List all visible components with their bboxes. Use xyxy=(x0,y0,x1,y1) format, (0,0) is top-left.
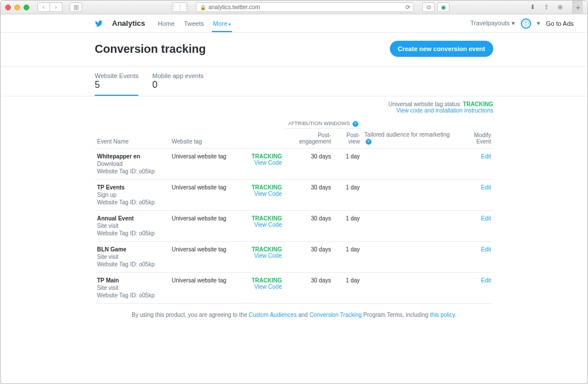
view-code-link[interactable]: View Code xyxy=(254,284,282,290)
page-title: Conversion tracking xyxy=(95,42,206,56)
chevron-down-icon: ▾ xyxy=(229,22,231,27)
uwt-status-block: Universal website tag status: TRACKING V… xyxy=(1,96,587,114)
event-tag-id: Website Tag ID: o05kp xyxy=(97,261,167,267)
url-bar[interactable]: 🔒 analytics.twitter.com ⟳ xyxy=(196,2,414,12)
browser-back-button[interactable]: ‹ xyxy=(37,2,50,12)
sidebar-toggle-button[interactable]: ▥ xyxy=(69,2,82,12)
window-controls xyxy=(5,5,29,10)
stat-tab-mobile-app-events[interactable]: Mobile app events0 xyxy=(152,72,203,96)
nav-tweets[interactable]: Tweets xyxy=(183,20,205,27)
view-code-link[interactable]: View Code xyxy=(254,222,282,228)
nav-home[interactable]: Home xyxy=(157,20,176,27)
nav-more[interactable]: More▾ xyxy=(212,20,232,32)
event-status: TRACKING xyxy=(246,215,282,222)
page-heading-row: Conversion tracking Create new conversio… xyxy=(1,33,587,67)
edit-link[interactable]: Edit xyxy=(481,184,491,191)
table-row: TP EventsSign upWebsite Tag ID: o05kpUni… xyxy=(95,180,493,211)
post-engagement-value: 30 days xyxy=(284,273,334,304)
event-type: Sign up xyxy=(97,192,167,198)
lock-icon: 🔒 xyxy=(200,5,206,10)
close-window-button[interactable] xyxy=(5,5,11,10)
terms-footer: By using this product, you are agreeing … xyxy=(1,304,587,326)
event-tag: Universal website tag xyxy=(169,211,244,242)
event-status: TRACKING xyxy=(246,246,282,253)
event-tag-id: Website Tag ID: o05kp xyxy=(97,230,167,236)
events-table-wrap: Event Name Website tag ATTRIBUTION WINDO… xyxy=(1,114,587,304)
edit-link[interactable]: Edit xyxy=(481,153,491,160)
event-tag: Universal website tag xyxy=(169,242,244,273)
apps-grid-button[interactable]: ⋮⋮⋮ xyxy=(172,2,188,12)
view-code-link[interactable]: View Code xyxy=(254,191,282,197)
toolbar-extension-icon[interactable]: ◉ xyxy=(437,2,450,12)
events-table: Event Name Website tag ATTRIBUTION WINDO… xyxy=(95,117,493,304)
policy-link[interactable]: this policy xyxy=(430,312,455,318)
minimize-window-button[interactable] xyxy=(14,5,20,10)
account-switcher[interactable]: Travelpayouts ▾ xyxy=(470,20,515,27)
account-menu-caret[interactable]: ▾ xyxy=(537,20,540,27)
browser-right-icons: ⧉ ◉ ⬇ ⇪ ⊕ xyxy=(422,2,566,12)
help-icon[interactable]: ? xyxy=(366,139,372,145)
edit-link[interactable]: Edit xyxy=(481,246,491,253)
browser-window: ‹ › ▥ ⋮⋮⋮ 🔒 analytics.twitter.com ⟳ ⧉ ◉ … xyxy=(0,0,588,384)
go-to-ads-link[interactable]: Go to Ads xyxy=(546,20,574,27)
event-status: TRACKING xyxy=(246,277,282,284)
chevron-down-icon: ▾ xyxy=(512,20,515,26)
table-row: Annual EventSite visitWebsite Tag ID: o0… xyxy=(95,211,493,242)
twitter-logo-icon[interactable] xyxy=(95,20,103,28)
uwt-status-value: TRACKING xyxy=(463,101,493,107)
conversion-tracking-link[interactable]: Conversion Tracking xyxy=(310,312,362,318)
table-row: BLN GameSite visitWebsite Tag ID: o05kpU… xyxy=(95,242,493,273)
post-view-value: 1 day xyxy=(334,273,362,304)
custom-audiences-link[interactable]: Custom Audiences xyxy=(249,312,296,318)
col-event-name: Event Name xyxy=(95,117,169,149)
profile-ring-icon[interactable]: ⓣ xyxy=(521,18,531,29)
url-text: analytics.twitter.com xyxy=(208,4,260,10)
tabs-icon[interactable]: ⊕ xyxy=(554,3,566,11)
event-tag-id: Website Tag ID: o05kp xyxy=(97,168,167,174)
create-conversion-event-button[interactable]: Create new conversion event xyxy=(390,41,493,57)
stat-tabs: Website Events5Mobile app events0 xyxy=(1,67,587,96)
event-name: TP Events xyxy=(97,184,167,191)
event-status: TRACKING xyxy=(246,153,282,160)
post-engagement-value: 30 days xyxy=(284,211,334,242)
new-tab-button[interactable]: + xyxy=(572,1,583,14)
help-icon[interactable]: ? xyxy=(353,121,358,127)
share-icon[interactable]: ⇪ xyxy=(540,3,552,11)
col-post-engagement: Post-engagement xyxy=(284,129,334,149)
post-view-value: 1 day xyxy=(334,180,362,211)
events-table-body: Whitepapper enDownloadWebsite Tag ID: o0… xyxy=(95,149,493,304)
event-tag: Universal website tag xyxy=(169,149,244,180)
stat-tab-website-events[interactable]: Website Events5 xyxy=(95,72,138,96)
col-tailored: Tailored audience for remarketing ? xyxy=(362,117,457,149)
event-name: BLN Game xyxy=(97,246,167,253)
edit-link[interactable]: Edit xyxy=(481,215,491,222)
view-code-link[interactable]: View Code xyxy=(254,160,282,166)
maximize-window-button[interactable] xyxy=(24,5,29,10)
event-name: TP Main xyxy=(97,277,167,284)
uwt-instructions-link[interactable]: View code and installation instructions xyxy=(396,107,493,114)
reload-icon[interactable]: ⟳ xyxy=(405,4,410,10)
post-view-value: 1 day xyxy=(334,242,362,273)
browser-forward-button[interactable]: › xyxy=(50,2,63,12)
event-status: TRACKING xyxy=(246,184,282,191)
table-row: TP MainSite visitWebsite Tag ID: o05kpUn… xyxy=(95,273,493,304)
post-view-value: 1 day xyxy=(334,149,362,180)
event-name: Whitepapper en xyxy=(97,153,167,160)
event-type: Site visit xyxy=(97,285,167,291)
app-brand[interactable]: Analytics xyxy=(112,19,145,28)
post-engagement-value: 30 days xyxy=(284,180,334,211)
event-type: Site visit xyxy=(97,254,167,260)
toolbar-save-icon[interactable]: ⧉ xyxy=(422,2,435,12)
col-attribution-windows: ATTRIBUTION WINDOWS ? xyxy=(284,117,362,129)
app-header: Analytics HomeTweetsMore▾ Travelpayouts … xyxy=(1,14,587,33)
post-view-value: 1 day xyxy=(334,211,362,242)
event-tag: Universal website tag xyxy=(169,273,244,304)
event-tag: Universal website tag xyxy=(169,180,244,211)
post-engagement-value: 30 days xyxy=(284,242,334,273)
event-tag-id: Website Tag ID: o05kp xyxy=(97,199,167,205)
edit-link[interactable]: Edit xyxy=(481,277,491,284)
browser-titlebar: ‹ › ▥ ⋮⋮⋮ 🔒 analytics.twitter.com ⟳ ⧉ ◉ … xyxy=(1,1,587,14)
view-code-link[interactable]: View Code xyxy=(254,253,282,259)
uwt-status-label: Universal website tag status: xyxy=(388,101,461,107)
download-icon[interactable]: ⬇ xyxy=(527,3,538,11)
